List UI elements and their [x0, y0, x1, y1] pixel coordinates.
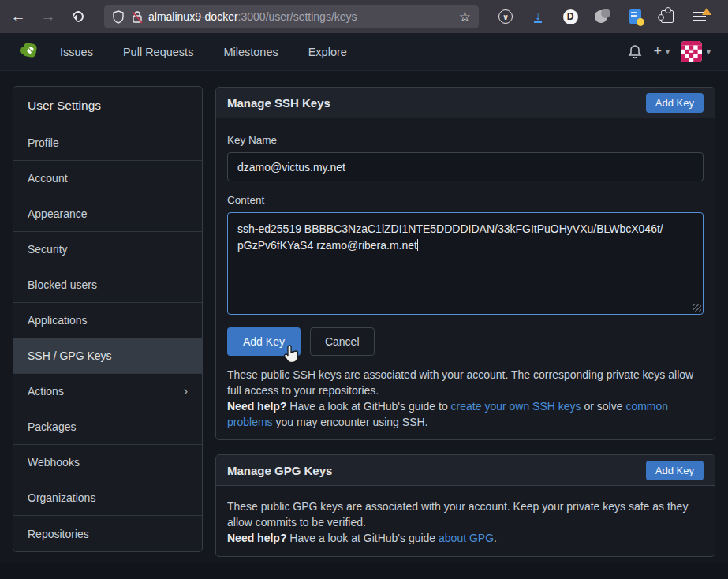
gpg-panel-title: Manage GPG Keys	[227, 464, 332, 477]
reload-icon	[70, 9, 86, 24]
extension-d-icon[interactable]: D	[562, 9, 578, 24]
url-text: almalinux9-docker:3000/user/settings/key…	[148, 10, 459, 23]
menu-hamburger-icon[interactable]	[692, 9, 707, 24]
notifications-bell-icon[interactable]	[628, 44, 642, 60]
create-new-menu[interactable]: +▾	[653, 43, 670, 60]
content-label: Content	[227, 194, 704, 206]
key-name-label: Key Name	[227, 134, 704, 146]
mouse-pointer-hand-cursor	[282, 344, 301, 364]
ssh-panel-title: Manage SSH Keys	[227, 96, 330, 110]
tracking-shield-icon	[112, 10, 125, 24]
reload-button[interactable]	[66, 5, 90, 28]
insecure-lock-icon[interactable]	[131, 10, 144, 24]
extensions-puzzle-icon[interactable]	[659, 9, 675, 24]
sidebar-item-repositories[interactable]: Repositories	[13, 516, 202, 551]
about-gpg-link[interactable]: about GPG	[439, 532, 494, 544]
content-textarea[interactable]: ssh-ed25519 BBBBC3NzaC1lZDI1NTE5DDDDIDAN…	[227, 212, 704, 315]
app-navbar: Issues Pull Requests Milestones Explore …	[0, 33, 728, 71]
sidebar-item-webhooks[interactable]: Webhooks	[13, 445, 202, 480]
downloads-icon[interactable]: ↓	[530, 9, 546, 24]
user-menu[interactable]: ▾	[681, 41, 711, 62]
gpg-info-text: These public GPG keys are associated wit…	[227, 499, 704, 546]
nav-item-issues[interactable]: Issues	[50, 39, 103, 65]
chevron-down-icon: ▾	[707, 47, 711, 56]
sidebar-item-account[interactable]: Account	[13, 161, 202, 196]
url-bar[interactable]: almalinux9-docker:3000/user/settings/key…	[104, 5, 479, 28]
sidebar-item-organizations[interactable]: Organizations	[13, 480, 202, 516]
nav-item-milestones[interactable]: Milestones	[214, 39, 287, 65]
nav-item-pull-requests[interactable]: Pull Requests	[114, 39, 203, 65]
sidebar-item-applications[interactable]: Applications	[13, 303, 202, 338]
key-name-input[interactable]	[227, 152, 704, 181]
settings-sidebar: User Settings Profile Account Appearance…	[13, 86, 203, 552]
create-ssh-keys-link[interactable]: create your own SSH keys	[451, 400, 581, 413]
cancel-button[interactable]: Cancel	[310, 327, 375, 356]
sidebar-item-appearance[interactable]: Appearance	[13, 196, 202, 232]
chevron-right-icon: ›	[184, 384, 188, 398]
forward-button[interactable]: →	[36, 5, 60, 28]
extension-doc-icon[interactable]	[627, 9, 643, 24]
manage-ssh-keys-panel: Manage SSH Keys Add Key Key Name Content…	[215, 87, 715, 440]
page-footer	[0, 563, 728, 579]
ssh-info-text: These public SSH keys are associated wit…	[227, 367, 704, 430]
pocket-icon[interactable]: ∨	[498, 9, 513, 24]
sidebar-item-packages[interactable]: Packages	[13, 409, 202, 445]
sidebar-item-security[interactable]: Security	[13, 232, 202, 267]
extension-blob-icon[interactable]	[595, 9, 610, 24]
plus-icon: +	[653, 43, 662, 60]
text-caret	[417, 239, 418, 251]
manage-gpg-keys-panel: Manage GPG Keys Add Key These public GPG…	[215, 454, 715, 557]
sidebar-item-profile[interactable]: Profile	[13, 125, 202, 161]
ssh-add-key-header-button[interactable]: Add Key	[646, 93, 704, 113]
gpg-add-key-header-button[interactable]: Add Key	[646, 461, 704, 480]
sidebar-item-actions[interactable]: Actions›	[13, 374, 202, 409]
sidebar-title: User Settings	[13, 87, 202, 125]
browser-toolbar: ← → almalinux9-docker:3000/user/settings…	[0, 0, 728, 33]
resize-grip[interactable]	[693, 304, 701, 312]
sidebar-item-blocked-users[interactable]: Blocked users	[13, 267, 202, 303]
avatar	[681, 41, 702, 62]
nav-item-explore[interactable]: Explore	[299, 39, 357, 65]
gitea-logo[interactable]	[19, 40, 39, 64]
back-button[interactable]: ←	[6, 5, 30, 28]
sidebar-item-ssh-gpg-keys[interactable]: SSH / GPG Keys	[13, 338, 202, 374]
chevron-down-icon: ▾	[666, 47, 670, 56]
bookmark-star-icon[interactable]: ☆	[459, 9, 471, 25]
